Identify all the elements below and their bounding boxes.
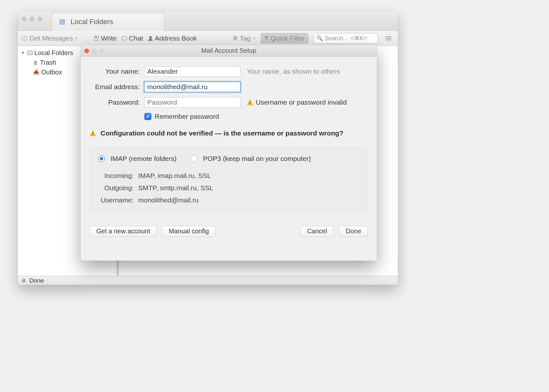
dialog-title: Mail Account Setup — [201, 47, 256, 54]
sidebar-item-label: Outbox — [41, 69, 62, 76]
menu-button[interactable] — [383, 34, 394, 42]
write-button[interactable]: Write — [94, 34, 117, 42]
person-icon — [148, 36, 153, 41]
close-icon[interactable] — [22, 17, 26, 21]
search-icon: 🔍 — [316, 35, 323, 41]
window-controls — [22, 17, 42, 21]
write-label: Write — [101, 34, 117, 42]
chat-icon — [122, 36, 127, 40]
envelope-icon — [22, 36, 27, 40]
cancel-button[interactable]: Cancel — [300, 226, 334, 237]
chevron-down-icon: ▾ — [75, 36, 78, 41]
incoming-label: Incoming: — [98, 172, 134, 180]
password-error: Username or password invalid — [256, 98, 347, 106]
tab-local-folders[interactable]: Local Folders — [52, 13, 164, 31]
password-label: Password: — [90, 98, 140, 106]
pop3-label: POP3 (keep mail on your computer) — [203, 155, 311, 163]
maximize-icon — [100, 49, 104, 53]
status-text: Done — [29, 277, 44, 284]
minimize-icon — [92, 49, 97, 53]
name-label: Your name: — [90, 68, 140, 75]
search-input[interactable]: 🔍 Search… <⌘K> — [313, 33, 378, 43]
verification-error-text: Configuration could not be verified — is… — [101, 129, 343, 137]
manual-config-button[interactable]: Manual config — [162, 226, 216, 237]
chat-button[interactable]: Chat — [122, 34, 143, 42]
email-label: Email address: — [90, 83, 140, 91]
sidebar-item-label: Trash — [40, 59, 56, 66]
search-placeholder: Search… <⌘K> — [325, 35, 367, 42]
folder-icon — [27, 51, 33, 55]
network-status-icon: 🖥 — [21, 278, 26, 284]
imap-radio[interactable] — [98, 155, 105, 162]
chevron-down-icon: ▾ — [253, 36, 255, 41]
outbox-icon: 📤 — [33, 69, 39, 75]
protocol-panel: IMAP (remote folders) POP3 (keep mail on… — [90, 147, 368, 214]
remember-label: Remember password — [155, 113, 219, 120]
funnel-icon — [264, 36, 269, 41]
tag-label: Tag — [240, 34, 251, 42]
tab-label: Local Folders — [71, 18, 113, 26]
close-icon[interactable] — [84, 49, 89, 53]
dialog-titlebar: Mail Account Setup — [81, 45, 377, 57]
pop3-radio[interactable] — [191, 155, 197, 162]
address-book-button[interactable]: Address Book — [148, 34, 197, 42]
get-messages-label: Get Messages — [29, 34, 73, 42]
toolbar: Get Messages ▾ Write Chat Address Book T… — [18, 31, 398, 46]
address-book-label: Address Book — [155, 34, 197, 42]
name-input[interactable] — [144, 66, 240, 77]
username-value: monolithed@mail.ru — [138, 196, 198, 204]
minimize-icon[interactable] — [30, 17, 34, 21]
get-new-account-button[interactable]: Get a new account — [90, 226, 157, 237]
email-input[interactable] — [144, 82, 240, 92]
password-input[interactable] — [144, 97, 240, 107]
incoming-value: IMAP, imap.mail.ru, SSL — [138, 172, 211, 180]
verification-error: Configuration could not be verified — is… — [90, 129, 368, 137]
titlebar: Local Folders — [18, 11, 398, 31]
done-button[interactable]: Done — [339, 226, 368, 237]
status-bar: 🖥 Done — [18, 276, 398, 285]
username-label: Username: — [98, 196, 134, 204]
dialog-window-controls — [84, 49, 104, 53]
checkmark-icon: ✓ — [144, 113, 151, 120]
maximize-icon[interactable] — [37, 17, 42, 21]
trash-icon: 🗑 — [33, 60, 38, 65]
imap-label: IMAP (remote folders) — [111, 155, 177, 163]
get-messages-button[interactable]: Get Messages ▾ — [22, 34, 78, 42]
mail-account-setup-dialog: Mail Account Setup Your name: Your name,… — [81, 45, 377, 261]
outgoing-value: SMTP, smtp.mail.ru, SSL — [138, 184, 213, 192]
folder-tab-icon — [60, 19, 65, 24]
quick-filter-button[interactable]: Quick Filter — [261, 33, 308, 43]
tag-button[interactable]: Tag ▾ — [233, 34, 255, 42]
tag-icon — [233, 36, 238, 41]
warning-icon — [90, 130, 96, 136]
name-hint: Your name, as shown to others — [247, 68, 340, 75]
outgoing-label: Outgoing: — [98, 184, 134, 192]
remember-password-checkbox[interactable]: ✓ Remember password — [144, 113, 219, 120]
sidebar-item-label: Local Folders — [34, 49, 73, 57]
disclosure-triangle-icon[interactable]: ▼ — [20, 50, 25, 55]
quick-filter-label: Quick Filter — [271, 34, 305, 42]
pencil-icon — [94, 36, 99, 41]
chat-label: Chat — [129, 34, 143, 42]
warning-icon — [247, 99, 253, 105]
